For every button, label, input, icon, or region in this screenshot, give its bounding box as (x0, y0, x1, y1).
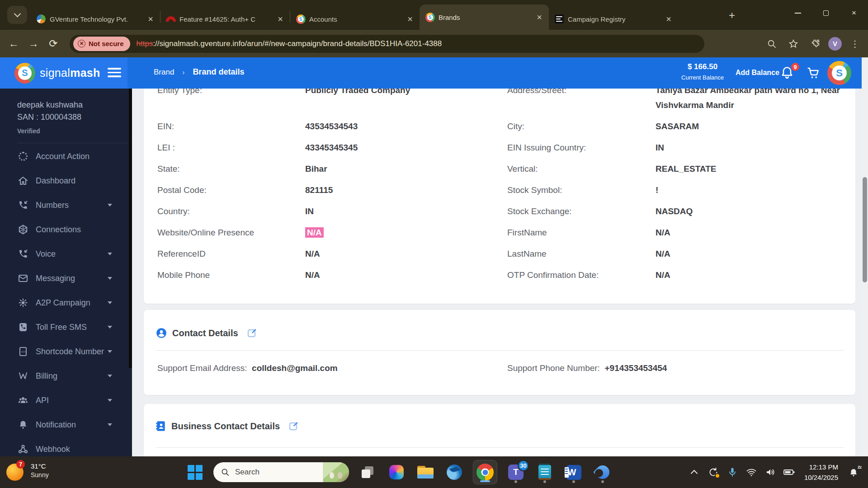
tab-feature[interactable]: Feature #14625: Auth+ C × (160, 8, 290, 30)
field-value-line2: Vishvkarma Mandir (656, 99, 734, 111)
chrome-button-active[interactable] (473, 460, 497, 484)
sidebar-item-label: Shortcode Number (36, 347, 104, 357)
taskbar: 7 31°C Sunny Search T30 W (0, 456, 868, 488)
contact-details-card: Contact Details Support Email Address: c… (144, 310, 855, 395)
bell-icon (17, 419, 29, 431)
extensions-puzzle-icon[interactable] (807, 35, 824, 52)
sidebar-item-dashboard[interactable]: Dashboard (0, 169, 132, 193)
copilot-button[interactable] (386, 460, 407, 484)
signalmash-logo-icon[interactable]: S (14, 63, 35, 84)
task-view-button[interactable] (357, 460, 378, 484)
main-content: Entity Type: Publicly Traded Company Add… (132, 89, 868, 488)
forward-button[interactable]: → (24, 38, 43, 50)
wifi-icon[interactable] (744, 463, 759, 481)
sidebar-item-toll-free-sms[interactable]: Toll Free SMS (0, 315, 132, 339)
field-value: N/A (656, 269, 670, 281)
close-tab-icon[interactable]: × (145, 14, 156, 23)
field-label: City: (507, 121, 524, 132)
sidebar-item-account-action[interactable]: Account Action (0, 144, 132, 169)
new-tab-button[interactable]: + (724, 8, 740, 23)
windows-logo-icon (188, 465, 203, 480)
sidebar-item-connections[interactable]: Connections (0, 217, 132, 242)
sidebar-item-numbers[interactable]: Numbers (0, 193, 132, 217)
current-balance[interactable]: $ 166.50 Current Balance (677, 62, 728, 81)
sidebar-item-api[interactable]: API (0, 388, 132, 413)
close-tab-icon[interactable]: × (404, 14, 416, 23)
window-maximize-button[interactable] (812, 0, 840, 26)
tab-gventure[interactable]: GVenture Technology Pvt. × (31, 8, 160, 30)
notepad-icon (538, 465, 551, 480)
cart-icon[interactable] (807, 66, 822, 81)
url-text[interactable]: https://signalmash.gventure.info/arun/#/… (137, 39, 442, 48)
taskbar-search[interactable]: Search (213, 462, 349, 482)
edit-contact-icon[interactable] (247, 328, 258, 338)
close-tab-icon[interactable]: × (274, 14, 286, 23)
clock-widget[interactable]: 12:13 PM 10/24/2025 (801, 462, 842, 483)
battery-icon[interactable] (782, 463, 797, 481)
divider (17, 143, 132, 143)
spinner-icon (17, 150, 29, 162)
sync-status-icon[interactable] (706, 463, 721, 481)
teams-button[interactable]: T30 (505, 460, 526, 484)
window-close-button[interactable]: × (840, 0, 868, 26)
tab-accounts[interactable]: S Accounts × (290, 8, 420, 30)
reload-button[interactable]: ⟳ (43, 38, 63, 50)
tab-search-button[interactable] (7, 6, 27, 24)
address-bar[interactable]: ✕ Not secure https://signalmash.gventure… (70, 35, 704, 53)
dolphin-app-button[interactable] (592, 460, 613, 484)
bookmark-star-icon[interactable] (785, 35, 802, 52)
signalmash-favicon-icon: S (296, 14, 306, 24)
not-secure-icon: ✕ (78, 40, 85, 47)
page-scrollbar[interactable] (862, 57, 868, 456)
scrollbar-thumb[interactable] (863, 177, 867, 282)
tab-brands-active[interactable]: S Brands × (420, 5, 549, 30)
sun-icon: 7 (6, 460, 24, 481)
edit-business-contact-icon[interactable] (288, 421, 299, 432)
field-value: N/A (656, 227, 670, 239)
thunderbird-button[interactable] (444, 460, 465, 484)
breadcrumb-brand[interactable]: Brand (154, 68, 174, 77)
close-tab-icon[interactable]: × (663, 14, 675, 23)
window-minimize-button[interactable] (784, 0, 812, 26)
tray-expand-button[interactable] (687, 463, 702, 481)
field-value: IN (656, 142, 664, 154)
sidebar-scrollbar[interactable] (129, 89, 132, 368)
sidebar-item-messaging[interactable]: Messaging (0, 266, 132, 291)
sidebar-item-label: API (36, 396, 49, 405)
volume-icon[interactable] (763, 463, 778, 481)
field-label: LEI : (157, 142, 175, 154)
sidebar-item-shortcode-number[interactable]: </> Shortcode Number (0, 339, 132, 364)
start-button[interactable] (184, 460, 205, 484)
field-value: Bihar (305, 163, 327, 175)
phone-incoming-icon (17, 199, 29, 211)
chevron-down-icon (108, 326, 112, 328)
sidebar-item-a2p-campaign[interactable]: A2P Campaign (0, 291, 132, 315)
do-not-disturb-bell-icon[interactable]: zz (845, 463, 862, 481)
not-secure-badge[interactable]: ✕ Not secure (73, 37, 130, 51)
field-label: Stock Exchange: (507, 206, 572, 217)
sidebar-toggle-button[interactable] (108, 68, 121, 80)
screen: GVenture Technology Pvt. × Feature #1462… (0, 0, 868, 488)
file-explorer-button[interactable] (415, 460, 436, 484)
add-balance-button[interactable]: Add Balance (736, 69, 779, 77)
word-button[interactable]: W (563, 460, 584, 484)
browser-menu-icon[interactable]: ⋮ (846, 35, 863, 52)
notepad-button[interactable] (534, 460, 555, 484)
phone-icon (17, 248, 29, 260)
sidebar-item-billing[interactable]: Billing (0, 364, 132, 388)
highlighted-value: N/A (305, 227, 324, 238)
back-button[interactable]: ← (4, 38, 24, 50)
teams-badge: 30 (518, 460, 529, 471)
microphone-icon[interactable] (725, 463, 740, 481)
profile-avatar[interactable]: V (828, 37, 842, 51)
code-file-icon: </> (17, 346, 29, 357)
signalmash-badge-icon[interactable]: S (827, 61, 851, 85)
sidebar-item-voice[interactable]: Voice (0, 242, 132, 266)
close-tab-icon[interactable]: × (533, 13, 545, 22)
folder-icon (417, 466, 434, 479)
sidebar-item-notification[interactable]: Notification (0, 413, 132, 437)
toolbar-search-icon[interactable] (763, 35, 780, 52)
running-indicator (601, 480, 604, 483)
tab-campaign-registry[interactable]: Campaign Registry × (549, 8, 678, 30)
weather-widget[interactable]: 7 31°C Sunny (6, 460, 49, 481)
